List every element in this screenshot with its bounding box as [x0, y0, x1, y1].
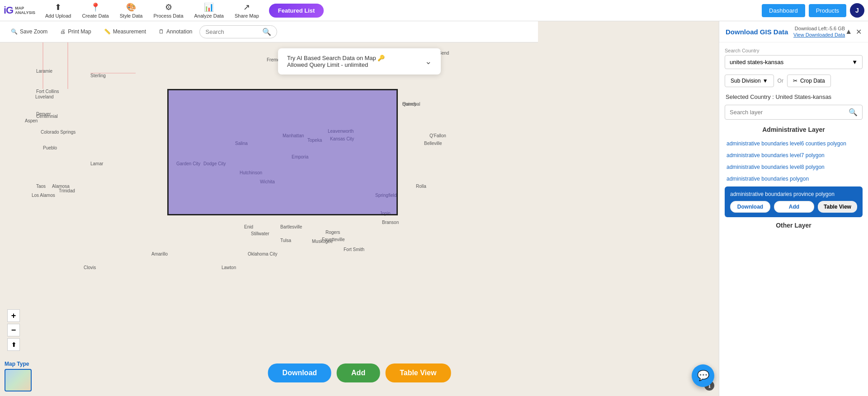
annotation-icon: 🗒 — [159, 28, 164, 35]
city-label: Alamosa — [52, 184, 70, 189]
save-zoom-icon: 🔍 — [11, 28, 18, 35]
kansas-region-overlay — [167, 89, 398, 215]
print-map-button[interactable]: 🖨 Print Map — [55, 26, 96, 37]
panel-expand-button[interactable]: ▲ — [845, 28, 852, 36]
dashboard-button[interactable]: Dashboard — [762, 4, 805, 17]
download-left-text: Download Left:-5.6 GB — [795, 26, 845, 31]
chat-bubble-button[interactable]: 💬 — [692, 364, 714, 387]
city-label: Los Alamos — [32, 193, 55, 198]
layer-search-bar[interactable]: 🔍 — [725, 105, 863, 120]
layer-search-icon: 🔍 — [849, 108, 858, 116]
top-navigation: iG MAP ANALYSIS ⬆ Add Upload 📍 Create Da… — [0, 0, 868, 21]
layer-label: administrative boundaries province polyg… — [730, 191, 857, 197]
city-label: Bartlesville — [280, 224, 302, 229]
city-label: Enid — [244, 224, 253, 229]
search-icon: 🔍 — [262, 28, 271, 36]
layer-item[interactable]: administrative boundaries level7 polygon — [725, 149, 863, 161]
download-button[interactable]: Download — [268, 363, 331, 382]
city-label: Fort Smith — [344, 247, 364, 252]
map-zoom-controls: + − ⬆ — [7, 309, 20, 351]
avatar[interactable]: J — [850, 3, 864, 18]
nav-create-data[interactable]: 📍 Create Data — [77, 0, 113, 20]
crop-data-button[interactable]: ✂ Crop Data — [787, 75, 831, 87]
add-button[interactable]: Add — [337, 363, 380, 382]
city-label: Lawton — [222, 265, 236, 270]
or-text: Or — [778, 78, 783, 84]
city-label: Quincy — [402, 102, 416, 107]
city-label: Pueblo — [43, 145, 57, 150]
subdivision-row: Sub Division ▼ Or ✂ Crop Data — [725, 75, 863, 87]
process-icon: ⚙ — [165, 2, 172, 12]
nav-add-upload[interactable]: ⬆ Add Upload — [41, 0, 76, 20]
layer-add-button[interactable]: Add — [774, 201, 814, 213]
nav-right: Dashboard Products J — [762, 3, 864, 18]
map-search-bar[interactable]: 🔍 — [199, 25, 277, 38]
other-layer-title: Other Layer — [725, 222, 863, 229]
ai-banner-chevron-icon[interactable]: ⌄ — [425, 56, 432, 66]
city-label: Branson — [382, 220, 399, 225]
country-select-dropdown[interactable]: united states-kansas ▼ — [725, 55, 863, 69]
nav-share-map[interactable]: ↗ Share Map — [230, 0, 264, 20]
upload-icon: ⬆ — [55, 2, 61, 12]
featured-list-button[interactable]: Featured List — [269, 4, 324, 18]
city-label: Clovis — [84, 265, 96, 270]
layer-actions: DownloadAddTable View — [730, 201, 857, 213]
layer-item[interactable]: administrative boundaries level8 polygon — [725, 161, 863, 173]
table-view-button[interactable]: Table View — [385, 363, 451, 382]
layer-table-view-button[interactable]: Table View — [818, 201, 857, 213]
city-label: Muskogee — [312, 239, 333, 244]
nav-style-data[interactable]: 🎨 Style Data — [115, 0, 147, 20]
map-area[interactable]: LaramieDenverColorado SpringsPuebloDodge… — [0, 21, 719, 396]
measurement-button[interactable]: 📏 Measurement — [99, 26, 151, 37]
measurement-icon: 📏 — [104, 28, 111, 35]
city-label: Taos — [36, 184, 46, 189]
ai-search-banner: Try AI Based Search Data on Map 🔑 Allowe… — [278, 48, 441, 75]
city-label: Stillwater — [251, 231, 269, 236]
layer-item[interactable]: administrative boundaries level6 countie… — [725, 138, 863, 149]
zoom-in-button[interactable]: + — [7, 309, 20, 322]
city-label: Trinidad — [59, 188, 75, 193]
city-label: Fort Collins — [36, 89, 59, 94]
selected-country-label: Selected Country : United States-kansas — [725, 93, 863, 100]
layer-list: administrative boundaries level6 countie… — [725, 138, 863, 217]
panel-header: Download GIS Data Download Left:-5.6 GB … — [719, 21, 868, 42]
ai-banner-content: Try AI Based Search Data on Map 🔑 Allowe… — [287, 55, 385, 68]
share-icon: ↗ — [243, 2, 250, 12]
map-type-thumbnail[interactable] — [5, 369, 32, 391]
subdiv-chevron-icon: ▼ — [763, 78, 768, 84]
city-label: Amarillo — [151, 252, 168, 256]
save-zoom-button[interactable]: 🔍 Save Zoom — [5, 26, 53, 37]
print-icon: 🖨 — [60, 28, 66, 35]
city-label: Belleville — [424, 141, 442, 146]
city-label: Tulsa — [280, 238, 291, 243]
nav-process-data[interactable]: ⚙ Process Data — [149, 0, 188, 20]
city-label: Lamar — [90, 161, 103, 166]
style-icon: 🎨 — [126, 2, 136, 12]
city-label: Rolla — [416, 184, 426, 189]
city-label: Colorado Springs — [41, 130, 75, 135]
country-select-value: united states-kansas — [730, 59, 783, 65]
city-label: Rogers — [326, 230, 340, 235]
panel-title: Download GIS Data — [726, 28, 788, 36]
subdivision-button[interactable]: Sub Division ▼ — [725, 75, 774, 87]
nav-analyze-data[interactable]: 📊 Analyze Data — [190, 0, 228, 20]
zoom-out-button[interactable]: − — [7, 324, 20, 336]
layer-download-button[interactable]: Download — [730, 201, 770, 213]
panel-close-button[interactable]: ✕ — [856, 28, 862, 36]
city-label: Sterling — [90, 73, 106, 78]
admin-layer-title: Administrative Layer — [725, 126, 863, 133]
city-label: Oklahoma City — [248, 252, 278, 256]
map-type-selector[interactable]: Map Type — [5, 361, 32, 391]
city-label: Centennial — [36, 114, 58, 119]
annotation-button[interactable]: 🗒 Annotation — [153, 26, 198, 37]
compass-button[interactable]: ⬆ — [7, 338, 20, 351]
city-label: Laramie — [36, 69, 52, 74]
products-button[interactable]: Products — [809, 4, 846, 17]
layer-search-input[interactable] — [730, 109, 845, 116]
view-downloaded-link[interactable]: View Downloaded Data — [793, 32, 845, 37]
layer-item-selected[interactable]: administrative boundaries province polyg… — [725, 186, 863, 217]
search-input[interactable] — [205, 28, 259, 35]
secondary-navigation: 🔍 Save Zoom 🖨 Print Map 📏 Measurement 🗒 … — [0, 21, 538, 42]
crop-icon: ✂ — [793, 78, 797, 84]
layer-item[interactable]: administrative boundaries polygon — [725, 173, 863, 185]
